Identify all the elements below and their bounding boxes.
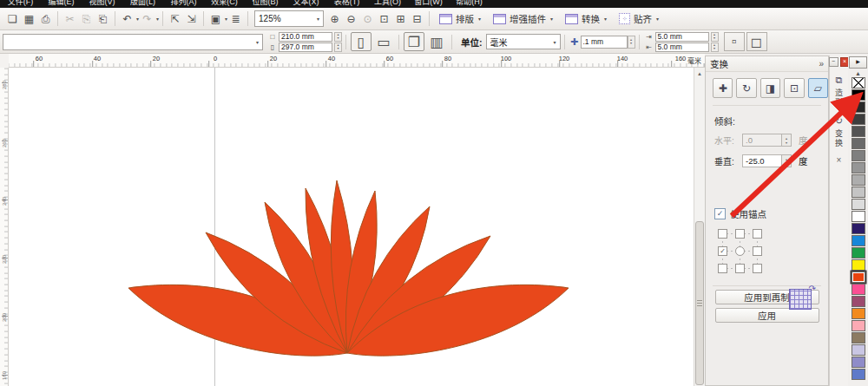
color-swatch[interactable] <box>852 101 865 113</box>
menu-item[interactable]: 文本(X) <box>286 0 326 8</box>
color-swatch[interactable] <box>852 138 865 149</box>
scale-mirror-transform-button[interactable]: ◨ <box>760 78 780 98</box>
zoom-page-icon[interactable]: ⊞ <box>392 10 409 28</box>
color-swatch[interactable] <box>852 247 865 258</box>
paper-width-spinner[interactable]: ▴▾ <box>334 32 342 42</box>
copy-icon[interactable]: ⎘ <box>78 10 95 28</box>
color-swatch[interactable] <box>852 308 865 319</box>
landscape-button[interactable]: ▭ <box>373 32 394 51</box>
anchor-bottom-right[interactable] <box>753 264 762 273</box>
cut-icon[interactable]: ✂ <box>62 10 78 28</box>
portrait-button[interactable]: ▯ <box>351 32 372 51</box>
color-swatch[interactable] <box>852 344 865 356</box>
color-swatch[interactable] <box>852 174 865 186</box>
rotate-transform-button[interactable]: ↻ <box>736 78 756 98</box>
horizontal-ruler[interactable]: 毫米 604020020406080100120140160 <box>9 54 705 68</box>
zoom-level-combo[interactable]: 125% ▾ <box>254 10 324 27</box>
nudge-field[interactable]: .1 mm <box>581 36 628 49</box>
skew-vertical-spinner[interactable]: ▴▾ <box>782 154 792 167</box>
tab-transform[interactable]: ↻ 变换 <box>833 115 845 148</box>
menu-item[interactable]: 版面(L) <box>122 0 163 8</box>
palette-scroll-up-icon[interactable]: ▲ <box>855 70 861 76</box>
duplicate-x-field[interactable]: 5.0 mm <box>655 32 709 42</box>
color-swatch[interactable] <box>852 89 865 101</box>
zoom-in-icon[interactable]: ⊕ <box>326 10 343 28</box>
zoom-selected-icon[interactable]: ⊙ <box>359 10 376 28</box>
units-combo[interactable]: 毫米 ▾ <box>486 34 561 49</box>
lotus-flower-drawing[interactable] <box>9 68 694 386</box>
export-icon[interactable]: ⇲ <box>183 10 200 28</box>
vertical-scrollbar[interactable]: ▲ <box>694 68 705 386</box>
docker-minimize-button[interactable]: − <box>829 57 838 67</box>
color-swatch[interactable] <box>852 369 865 380</box>
scrollbar-thumb[interactable] <box>695 221 704 385</box>
color-swatch[interactable] <box>852 272 865 283</box>
color-swatch[interactable] <box>852 150 865 161</box>
anchor-bottom-center[interactable] <box>735 264 745 273</box>
duplicate-x-spinner[interactable]: ▴▾ <box>711 32 719 42</box>
convert-button[interactable]: 转换 ▾ <box>559 10 613 28</box>
color-swatch[interactable] <box>852 320 865 331</box>
color-swatch[interactable] <box>852 114 865 125</box>
vertical-ruler[interactable]: 280260240220200180 <box>0 68 9 386</box>
anchor-middle-left[interactable]: ✓ <box>718 246 727 256</box>
options-icon[interactable]: ≣ <box>227 10 244 28</box>
menu-item[interactable]: 窗口(W) <box>408 0 449 8</box>
menu-item[interactable]: 效果(C) <box>204 0 245 8</box>
anchor-top-right[interactable] <box>753 229 762 239</box>
color-swatch[interactable] <box>852 223 865 234</box>
undo-icon[interactable]: ↶ <box>119 10 135 28</box>
skew-horizontal-spinner[interactable]: ▴▾ <box>782 134 792 147</box>
skew-horizontal-field[interactable]: .0 <box>742 134 782 147</box>
drawing-canvas[interactable] <box>9 68 694 386</box>
tab-close-icon[interactable]: × <box>837 155 842 165</box>
menu-item[interactable]: 编辑(E) <box>41 0 82 8</box>
skew-vertical-field[interactable]: -25.0 <box>742 154 782 167</box>
zoom-out-icon[interactable]: ⊖ <box>343 10 359 28</box>
color-swatch[interactable] <box>852 211 865 222</box>
color-swatch[interactable] <box>852 235 865 246</box>
menu-item[interactable]: 帮助(H) <box>449 0 490 8</box>
redo-icon[interactable]: ↷ <box>139 10 155 28</box>
color-swatch[interactable] <box>852 186 865 198</box>
scroll-up-icon[interactable]: ▲ <box>694 68 705 79</box>
color-swatch[interactable] <box>852 284 865 295</box>
position-transform-button[interactable]: ✚ <box>713 78 733 98</box>
menu-item[interactable]: 位图(B) <box>245 0 286 8</box>
open-icon[interactable]: ❏ <box>4 10 21 28</box>
typesetting-button[interactable]: 排版 ▾ <box>433 10 487 28</box>
menu-item[interactable]: 表格(T) <box>326 0 367 8</box>
paper-height-field[interactable]: 297.0 mm <box>279 43 332 52</box>
print-icon[interactable]: ⎙ <box>37 10 54 28</box>
current-page-button[interactable]: ❐ <box>404 32 424 51</box>
menu-item[interactable]: 文件(F) <box>0 0 41 8</box>
menu-item[interactable]: 排列(A) <box>163 0 204 8</box>
paste-icon[interactable]: ⎗ <box>95 10 111 28</box>
anchor-top-center[interactable] <box>735 229 745 239</box>
redo-dropdown-icon[interactable]: ▾ <box>156 16 159 22</box>
anchor-bottom-left[interactable] <box>718 264 727 273</box>
color-swatch[interactable] <box>852 199 865 210</box>
color-swatch[interactable] <box>852 259 865 271</box>
paper-size-combo[interactable]: ▾ <box>3 34 263 50</box>
palette-flyout-icon[interactable]: ▶ <box>849 56 867 69</box>
anchor-top-left[interactable] <box>718 229 727 239</box>
menu-item[interactable]: 视图(V) <box>82 0 122 8</box>
nudge-spinner[interactable]: ▴▾ <box>628 36 635 49</box>
no-color-swatch[interactable] <box>852 77 865 88</box>
apply-button[interactable]: 应用 <box>715 308 819 323</box>
tab-shaping[interactable]: ⧉ 造形 <box>833 75 845 108</box>
zoom-all-objects-icon[interactable]: ⊡ <box>376 10 392 28</box>
size-transform-button[interactable]: ⊡ <box>784 78 804 98</box>
use-anchor-checkbox[interactable]: ✓ <box>714 208 726 219</box>
zoom-page-width-icon[interactable]: ⊟ <box>409 10 425 28</box>
duplicate-y-spinner[interactable]: ▴▾ <box>711 43 719 52</box>
import-icon[interactable]: ⇱ <box>167 10 183 28</box>
duplicate-y-field[interactable]: 5.0 mm <box>655 43 709 52</box>
anchor-middle-right[interactable] <box>753 246 762 256</box>
all-pages-button[interactable]: ▥ <box>426 32 447 51</box>
treat-as-filled-button[interactable]: ▫ <box>724 32 745 51</box>
color-swatch[interactable] <box>852 357 865 368</box>
snap-to-button[interactable]: ⁘ 贴齐 ▾ <box>613 10 665 28</box>
application-launcher-icon[interactable]: ▣ <box>207 10 224 28</box>
